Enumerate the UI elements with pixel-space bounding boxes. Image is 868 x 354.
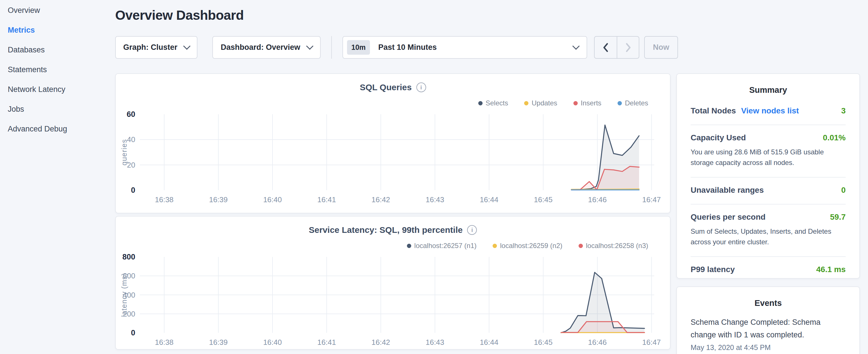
sidebar-item-network-latency[interactable]: Network Latency (8, 85, 113, 94)
sidebar-item-overview[interactable]: Overview (8, 6, 113, 15)
legend-label: Selects (486, 99, 508, 107)
chart-title: Service Latency: SQL, 99th percentile (309, 225, 463, 235)
legend-dot-icon (478, 101, 483, 105)
time-step-buttons (594, 36, 639, 59)
svg-text:0: 0 (131, 328, 135, 337)
chart-title-row: SQL Queries i (116, 83, 670, 92)
legend-label: Deletes (625, 99, 648, 107)
graph-dropdown[interactable]: Graph: Cluster (115, 36, 197, 59)
legend-label: localhost:26257 (n1) (414, 242, 476, 250)
svg-text:16:40: 16:40 (263, 195, 282, 204)
svg-text:16:46: 16:46 (588, 338, 607, 347)
summary-row-queries-per-second: Queries per second 59.7 Sum of Selects, … (691, 204, 846, 257)
summary-row-p99-latency: P99 latency 46.1 ms (691, 257, 846, 283)
svg-text:16:47: 16:47 (642, 195, 661, 204)
legend-dot-icon (407, 244, 411, 248)
sidebar: Overview Metrics Databases Statements Ne… (0, 0, 113, 354)
info-icon[interactable]: i (416, 83, 426, 92)
event-item[interactable]: Schema Change Completed: Schema change w… (691, 316, 846, 352)
svg-text:latency (ms): latency (ms) (120, 273, 128, 317)
chevron-down-icon (306, 42, 313, 50)
legend-dot-icon (574, 101, 578, 105)
legend-item[interactable]: localhost:26257 (n1) (407, 242, 476, 250)
svg-text:16:39: 16:39 (209, 195, 227, 204)
summary-value: 0 (841, 186, 846, 195)
legend-item[interactable]: localhost:26259 (n2) (493, 242, 562, 250)
summary-value: 46.1 ms (816, 265, 846, 274)
info-icon[interactable]: i (467, 225, 477, 235)
svg-text:16:39: 16:39 (209, 338, 227, 347)
charts-column: SQL Queries i SelectsUpdatesInsertsDelet… (115, 73, 671, 354)
chart-title: SQL Queries (360, 83, 411, 92)
svg-text:16:47: 16:47 (642, 338, 661, 347)
sql-queries-card: SQL Queries i SelectsUpdatesInsertsDelet… (115, 73, 671, 213)
sql-queries-chart: 16:3816:3916:4016:4116:4216:4316:4416:45… (120, 107, 670, 208)
svg-text:16:46: 16:46 (588, 195, 607, 204)
controls-bar: Graph: Cluster Dashboard: Overview 10m P… (115, 36, 860, 59)
svg-text:16:41: 16:41 (317, 195, 336, 204)
page-title: Overview Dashboard (115, 7, 860, 23)
svg-text:40: 40 (127, 135, 135, 144)
summary-value: 3 (841, 106, 846, 116)
summary-panel: Summary Total Nodes View nodes list 3 Ca… (676, 73, 860, 279)
app-layout: Overview Metrics Databases Statements Ne… (0, 0, 868, 354)
events-title: Events (691, 298, 846, 308)
svg-text:800: 800 (122, 253, 135, 261)
chart-canvas: 16:3816:3916:4016:4116:4216:4316:4416:45… (120, 107, 664, 207)
chevron-down-icon (572, 42, 580, 50)
summary-value: 0.01% (823, 133, 846, 142)
legend-label: localhost:26259 (n2) (500, 242, 562, 250)
time-range-badge: 10m (347, 40, 370, 55)
legend-item[interactable]: Selects (478, 99, 508, 107)
service-latency-card: Service Latency: SQL, 99th percentile i … (115, 216, 671, 350)
graph-dropdown-label: Graph: Cluster (123, 43, 177, 52)
sidebar-item-statements[interactable]: Statements (8, 65, 113, 74)
prev-time-button[interactable] (595, 37, 617, 58)
now-button[interactable]: Now (644, 36, 678, 59)
summary-row-total-nodes: Total Nodes View nodes list 3 (691, 98, 846, 125)
controls-divider (331, 36, 332, 59)
svg-text:16:38: 16:38 (155, 195, 174, 204)
svg-text:16:38: 16:38 (155, 338, 174, 347)
right-column: Summary Total Nodes View nodes list 3 Ca… (676, 73, 860, 354)
svg-text:16:43: 16:43 (426, 338, 444, 347)
legend-item[interactable]: Updates (524, 99, 557, 107)
summary-label: Capacity Used (691, 133, 746, 142)
chart-legend: SelectsUpdatesInsertsDeletes (116, 99, 648, 107)
chevron-left-icon (602, 42, 609, 53)
legend-dot-icon (618, 101, 622, 105)
legend-dot-icon (524, 101, 528, 105)
view-nodes-list-link[interactable]: View nodes list (741, 106, 799, 116)
event-timestamp: May 13, 2020 at 4:45 PM (691, 344, 846, 352)
svg-text:16:45: 16:45 (534, 338, 553, 347)
legend-label: Updates (532, 99, 557, 107)
sidebar-item-metrics[interactable]: Metrics (8, 26, 113, 35)
sidebar-item-advanced-debug[interactable]: Advanced Debug (8, 125, 113, 133)
next-time-button[interactable] (617, 37, 639, 58)
chart-title-row: Service Latency: SQL, 99th percentile i (116, 225, 670, 235)
svg-text:16:40: 16:40 (263, 338, 282, 347)
svg-text:queries: queries (120, 139, 128, 165)
svg-text:16:44: 16:44 (480, 195, 498, 204)
time-range-label: Past 10 Minutes (378, 43, 574, 52)
legend-item[interactable]: Deletes (618, 99, 648, 107)
dashboard-dropdown-label: Dashboard: Overview (221, 43, 300, 52)
chevron-right-icon (625, 42, 631, 53)
summary-row-unavailable-ranges: Unavailable ranges 0 (691, 178, 846, 204)
sidebar-item-jobs[interactable]: Jobs (8, 105, 113, 114)
legend-item[interactable]: localhost:26258 (n3) (579, 242, 648, 250)
dashboard-content: SQL Queries i SelectsUpdatesInsertsDelet… (115, 73, 860, 354)
summary-label: Total Nodes (691, 106, 736, 116)
summary-description: Sum of Selects, Updates, Inserts, and De… (691, 226, 846, 247)
sidebar-item-databases[interactable]: Databases (8, 45, 113, 55)
legend-dot-icon (579, 244, 583, 248)
summary-label: Queries per second (691, 213, 766, 222)
chart-canvas: 16:3816:3916:4016:4116:4216:4316:4416:45… (120, 250, 664, 350)
dashboard-dropdown[interactable]: Dashboard: Overview (212, 36, 321, 59)
legend-dot-icon (493, 244, 497, 248)
time-range-picker[interactable]: 10m Past 10 Minutes (342, 36, 587, 59)
summary-title: Summary (691, 85, 846, 95)
legend-item[interactable]: Inserts (574, 99, 601, 107)
summary-label: Unavailable ranges (691, 186, 764, 195)
summary-label: P99 latency (691, 265, 735, 274)
